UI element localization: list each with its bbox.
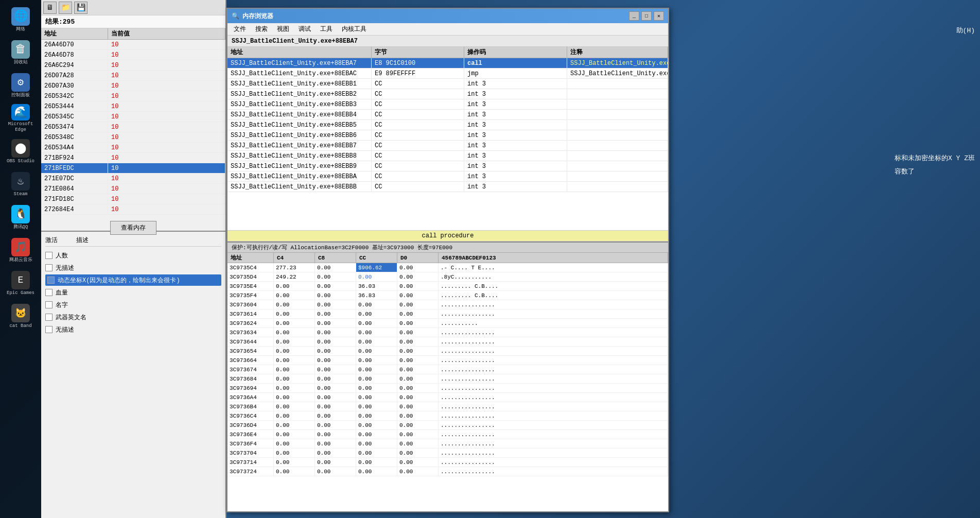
taskbar-icon-epic[interactable]: E Epic Games bbox=[6, 269, 35, 298]
addr-row-5[interactable]: 26D5342C 10 bbox=[41, 91, 225, 101]
checkbox-0[interactable] bbox=[45, 252, 52, 259]
bottom-row-2[interactable]: 动态坐标X(因为是动态的，绘制出来会很卡) bbox=[45, 274, 221, 286]
addr-row-0[interactable]: 26A46D70 10 bbox=[41, 40, 225, 50]
checkbox-3[interactable] bbox=[45, 289, 52, 296]
addr-row-12[interactable]: 271BFEDC 10 bbox=[41, 163, 225, 174]
addr-row-7[interactable]: 26D5345C 10 bbox=[41, 112, 225, 122]
addr-row-11[interactable]: 271BF924 10 bbox=[41, 153, 225, 163]
taskbar-icon-cat[interactable]: 🐱 cat Band bbox=[6, 302, 35, 331]
mem-row-20[interactable]: 3C973704 0.00 0.00 0.00 0.00 ...........… bbox=[227, 448, 668, 458]
mem-row-14[interactable]: 3C9736A4 0.00 0.00 0.00 0.00 ...........… bbox=[227, 393, 668, 402]
mem-row-15[interactable]: 3C9736B4 0.00 0.00 0.00 0.00 ...........… bbox=[227, 402, 668, 411]
taskbar-icon-steam[interactable]: ♨ Steam bbox=[6, 170, 35, 199]
address-bar: SSJJ_BattleClient_Unity.exe+88EBA7 bbox=[227, 36, 668, 47]
mem-row-18[interactable]: 3C9736E4 0.00 0.00 0.00 0.00 ...........… bbox=[227, 430, 668, 439]
bottom-section: 激活 描述 人数 无描述 动态坐标X(因为是动态的，绘制出来会很卡) 血量 bbox=[41, 232, 225, 340]
addr-row-10[interactable]: 26D534A4 10 bbox=[41, 143, 225, 153]
checkbox-5[interactable] bbox=[45, 314, 52, 321]
minimize-button[interactable]: _ bbox=[629, 11, 639, 21]
addr-row-1[interactable]: 26A46D78 10 bbox=[41, 50, 225, 60]
mem-row-13[interactable]: 3C973694 0.00 0.00 0.00 0.00 ...........… bbox=[227, 384, 668, 393]
mem-row-19[interactable]: 3C9736F4 0.00 0.00 0.00 0.00 ...........… bbox=[227, 439, 668, 448]
taskbar-icon-edge[interactable]: 🌊 Microsoft Edge bbox=[6, 104, 35, 133]
addr-row-9[interactable]: 26D5348C 10 bbox=[41, 132, 225, 143]
disasm-row-10[interactable]: SSJJ_BattleClient_Unity.exe+88EBB9 CC in… bbox=[227, 161, 668, 171]
mem-row-17[interactable]: 3C9736D4 0.00 0.00 0.00 0.00 ...........… bbox=[227, 421, 668, 430]
addr-row-3[interactable]: 26D07A28 10 bbox=[41, 71, 225, 81]
annotation-line-1: 标和未加密坐标的X Y Z班 bbox=[895, 152, 975, 165]
mem-row-5[interactable]: 3C973614 0.00 0.00 0.00 0.00 ...........… bbox=[227, 309, 668, 319]
bottom-row-0[interactable]: 人数 bbox=[45, 250, 221, 261]
menu-search[interactable]: 搜索 bbox=[251, 24, 272, 34]
address-list-top: 🖥 📁 💾 结果:295 地址 当前值 26A46D70 10 26A46D78… bbox=[41, 0, 225, 232]
addr-row-4[interactable]: 26D07A30 10 bbox=[41, 81, 225, 91]
mem-row-22[interactable]: 3C973724 0.00 0.00 0.00 0.00 ...........… bbox=[227, 467, 668, 476]
disasm-row-6[interactable]: SSJJ_BattleClient_Unity.exe+88EBB5 CC in… bbox=[227, 120, 668, 130]
disasm-row-4[interactable]: SSJJ_BattleClient_Unity.exe+88EBB3 CC in… bbox=[227, 99, 668, 110]
taskbar-icon-netease[interactable]: 🎵 网易云音乐 bbox=[6, 236, 35, 265]
disasm-row-8[interactable]: SSJJ_BattleClient_Unity.exe+88EBB7 CC in… bbox=[227, 141, 668, 151]
mem-row-4[interactable]: 3C973604 0.00 0.00 0.00 0.00 ...........… bbox=[227, 300, 668, 309]
mem-row-21[interactable]: 3C973714 0.00 0.00 0.00 0.00 ...........… bbox=[227, 458, 668, 467]
taskbar-icon-recyclebin[interactable]: 🗑 回收站 bbox=[6, 38, 35, 67]
addr-row-14[interactable]: 271E0864 10 bbox=[41, 184, 225, 194]
addr-row-16[interactable]: 272684E4 10 bbox=[41, 204, 225, 215]
address-rows: 26A46D70 10 26A46D78 10 26A6C294 10 26D0… bbox=[41, 40, 225, 215]
disasm-row-3[interactable]: SSJJ_BattleClient_Unity.exe+88EBB2 CC in… bbox=[227, 89, 668, 99]
bottom-row-4[interactable]: 名字 bbox=[45, 299, 221, 310]
taskbar-icon-network[interactable]: 🌐 网络 bbox=[6, 5, 35, 34]
mem-row-2[interactable]: 3C9735E4 0.00 0.00 36.03 0.00 ......... … bbox=[227, 282, 668, 291]
addr-row-2[interactable]: 26A6C294 10 bbox=[41, 60, 225, 71]
mem-row-12[interactable]: 3C973684 0.00 0.00 0.00 0.00 ...........… bbox=[227, 374, 668, 384]
mem-row-3[interactable]: 3C9735F4 0.00 0.00 36.83 0.00 ......... … bbox=[227, 291, 668, 300]
checkbox-2[interactable] bbox=[47, 277, 55, 284]
bottom-row-5[interactable]: 武器英文名 bbox=[45, 312, 221, 323]
addr-row-8[interactable]: 26D53474 10 bbox=[41, 122, 225, 132]
close-button[interactable]: ✕ bbox=[654, 11, 664, 21]
mem-row-11[interactable]: 3C973674 0.00 0.00 0.00 0.00 ...........… bbox=[227, 365, 668, 374]
mem-row-10[interactable]: 3C973664 0.00 0.00 0.00 0.00 ...........… bbox=[227, 356, 668, 365]
toolbar-btn-1[interactable]: 🖥 bbox=[43, 2, 57, 14]
disasm-row-12[interactable]: SSJJ_BattleClient_Unity.exe+88EBBB CC in… bbox=[227, 182, 668, 192]
taskbar-icon-qq[interactable]: 🐧 腾讯QQ bbox=[6, 203, 35, 232]
help-line-1: 助(H) bbox=[956, 26, 975, 35]
menu-debug[interactable]: 调试 bbox=[294, 24, 315, 34]
mem-row-16[interactable]: 3C9736C4 0.00 0.00 0.00 0.00 ...........… bbox=[227, 411, 668, 421]
disasm-col-opcode: 操作码 bbox=[464, 47, 567, 58]
mem-row-0[interactable]: 3C9735C4 277.23 0.00 $906.62 0.00 .- C..… bbox=[227, 263, 668, 272]
mem-row-9[interactable]: 3C973654 0.00 0.00 0.00 0.00 ...........… bbox=[227, 347, 668, 356]
bottom-row-1[interactable]: 无描述 bbox=[45, 262, 221, 273]
taskbar-icon-controlpanel[interactable]: ⚙ 控制面板 bbox=[6, 71, 35, 100]
bottom-row-3[interactable]: 血量 bbox=[45, 287, 221, 298]
disasm-row-7[interactable]: SSJJ_BattleClient_Unity.exe+88EBB6 CC in… bbox=[227, 130, 668, 141]
addr-row-6[interactable]: 26D53444 10 bbox=[41, 101, 225, 112]
checkbox-6[interactable] bbox=[45, 326, 52, 333]
disasm-row-9[interactable]: SSJJ_BattleClient_Unity.exe+88EBB8 CC in… bbox=[227, 151, 668, 161]
taskbar-icon-obs[interactable]: ⬤ OBS Studio bbox=[6, 137, 35, 166]
mem-row-7[interactable]: 3C973634 0.00 0.00 0.00 0.00 ...........… bbox=[227, 328, 668, 337]
maximize-button[interactable]: □ bbox=[641, 11, 652, 21]
toolbar-btn-2[interactable]: 📁 bbox=[59, 2, 72, 14]
toolbar-btn-3[interactable]: 💾 bbox=[74, 2, 87, 14]
addr-row-15[interactable]: 271FD18C 10 bbox=[41, 194, 225, 204]
mem-col-c4: C4 bbox=[274, 253, 315, 263]
disasm-row-11[interactable]: SSJJ_BattleClient_Unity.exe+88EBBA CC in… bbox=[227, 171, 668, 182]
mem-row-8[interactable]: 3C973644 0.00 0.00 0.00 0.00 ...........… bbox=[227, 337, 668, 347]
mem-row-1[interactable]: 3C9735D4 249.22 0.00 0.00 0.00 .8yC.....… bbox=[227, 272, 668, 282]
menu-view[interactable]: 视图 bbox=[273, 24, 293, 34]
disasm-row-5[interactable]: SSJJ_BattleClient_Unity.exe+88EBB4 CC in… bbox=[227, 110, 668, 120]
menu-kernel[interactable]: 内核工具 bbox=[338, 24, 371, 34]
bottom-row-6[interactable]: 无描述 bbox=[45, 324, 221, 335]
checkbox-1[interactable] bbox=[45, 264, 52, 271]
disasm-row-1[interactable]: SSJJ_BattleClient_Unity.exe+88EBAC E9 89… bbox=[227, 68, 668, 79]
memory-col-header: 地址 C4 C8 CC D0 456789ABCDEF0123 bbox=[227, 253, 668, 263]
menu-file[interactable]: 文件 bbox=[230, 24, 250, 34]
disasm-row-0[interactable]: SSJJ_BattleClient_Unity.exe+88EBA7 E8 9C… bbox=[227, 58, 668, 68]
disasm-col-comment: 注释 bbox=[567, 47, 668, 58]
addr-row-13[interactable]: 271E07DC 10 bbox=[41, 174, 225, 184]
menu-tools[interactable]: 工具 bbox=[316, 24, 337, 34]
mem-row-6[interactable]: 3C973624 0.00 0.00 0.00 0.00 ........... bbox=[227, 319, 668, 328]
left-panel: 🖥 📁 💾 结果:295 地址 当前值 26A46D70 10 26A46D78… bbox=[41, 0, 226, 518]
disasm-row-2[interactable]: SSJJ_BattleClient_Unity.exe+88EBB1 CC in… bbox=[227, 79, 668, 89]
checkbox-4[interactable] bbox=[45, 301, 52, 308]
